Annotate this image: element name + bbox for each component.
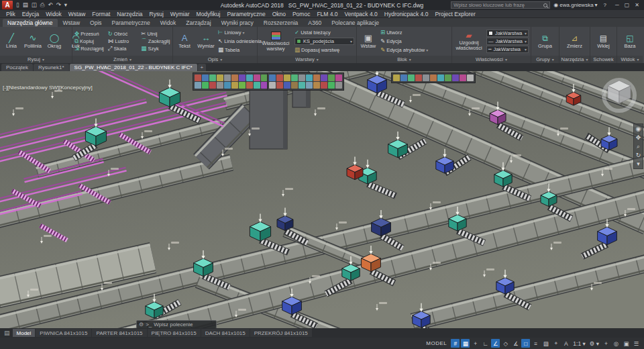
fillet-tool[interactable]: ⌒Zaokrąglij	[141, 38, 170, 44]
zoom-icon[interactable]: ⌕	[637, 143, 640, 150]
tool-icon[interactable]	[445, 74, 451, 81]
tool-icon[interactable]	[430, 74, 437, 81]
panel-label-rysuj[interactable]: Rysuj▾	[0, 56, 72, 63]
mirror-tool[interactable]: ⋈Lustro	[108, 38, 138, 44]
tool-icon[interactable]	[335, 74, 342, 81]
maximize-button[interactable]: ▢	[622, 2, 633, 8]
match-properties-tool[interactable]: ▰Uzgodnij właściwości	[454, 32, 484, 51]
layout-tab-dach-841x1015[interactable]: DACH 841x1015	[201, 329, 250, 337]
grid-icon[interactable]: #	[451, 339, 460, 348]
tool-icon[interactable]	[400, 74, 407, 81]
tool-icon[interactable]	[254, 74, 260, 81]
circle-tool[interactable]: ◯Okrąg	[45, 34, 64, 49]
line-tool[interactable]: ╱Linia	[2, 34, 21, 49]
edit-attributes-tool[interactable]: ✎Edycja atrybutów▾	[380, 47, 449, 53]
tool-icon[interactable]	[224, 82, 231, 89]
copy-tool[interactable]: ⧉Kopiuj	[74, 38, 104, 44]
tool-icon[interactable]	[284, 82, 290, 89]
tool-icon[interactable]	[269, 82, 276, 89]
panel-label-widok[interactable]: Widok▾	[617, 56, 643, 63]
tool-icon[interactable]	[460, 74, 466, 81]
menu-item-okno[interactable]: Okno	[269, 10, 289, 17]
navigation-bar[interactable]: ◉ ✥ ⌕ ↻ ▾	[633, 123, 643, 169]
scale-tool[interactable]: ⤢Skala	[108, 46, 138, 52]
tool-icon[interactable]	[276, 82, 283, 89]
tool-icon[interactable]	[209, 82, 216, 89]
layout-tab-parter-841x1015[interactable]: PARTER 841x1015	[92, 329, 146, 337]
close-button[interactable]: ✕	[632, 2, 642, 8]
snap-icon[interactable]: ▦	[461, 339, 470, 348]
tool-icon[interactable]	[328, 74, 335, 81]
insert-block-tool[interactable]: ▣Wstaw	[359, 34, 378, 49]
graphics-performance-icon[interactable]: ▣	[622, 339, 631, 348]
ortho-icon[interactable]: ∟	[481, 339, 490, 348]
minimize-button[interactable]: ─	[612, 2, 622, 8]
tool-icon[interactable]	[239, 82, 246, 89]
layout-tab-pi-tro-841x1015[interactable]: PIĘTRO 841x1015	[148, 329, 201, 337]
help-icon[interactable]: ?	[601, 2, 609, 8]
edit-block-tool[interactable]: ✎Edycja	[380, 38, 449, 44]
tool-icon[interactable]	[224, 74, 231, 81]
panel-label-zmien[interactable]: Zmień▾	[72, 56, 172, 63]
viewcube[interactable]	[598, 72, 640, 114]
command-customize-icon[interactable]: ⚙	[139, 321, 144, 328]
pan-icon[interactable]: ✥	[636, 134, 641, 141]
signin-user[interactable]: ◉ ewa.gniewska ▾	[553, 2, 597, 8]
dynamic-input-icon[interactable]: ⌖	[551, 339, 560, 348]
tool-icon[interactable]	[231, 82, 238, 89]
menu-item-edycja[interactable]: Edycja	[19, 10, 43, 17]
tool-icon[interactable]	[321, 74, 327, 81]
tool-icon[interactable]	[321, 82, 327, 89]
tool-icon[interactable]	[276, 74, 283, 81]
panel-label-opis[interactable]: Opis▾	[173, 56, 257, 63]
tool-icon[interactable]	[217, 74, 223, 81]
tool-icon[interactable]	[239, 74, 246, 81]
polar-tracking-icon[interactable]: ∠	[491, 339, 500, 348]
linetype-dropdown[interactable]: ┅JakWarstwa▾	[486, 46, 529, 53]
tool-icon[interactable]	[246, 74, 253, 81]
command-line-input[interactable]: ⚙ >_ Wpisz polecenie	[136, 320, 217, 328]
move-tool[interactable]: ✥Przesuń	[74, 31, 104, 37]
layout-tabs-menu-icon[interactable]: ▤	[2, 330, 12, 336]
tool-icon[interactable]	[284, 74, 290, 81]
object-color-dropdown[interactable]: JakWarstwa▾	[486, 30, 529, 37]
qat-dropdown-icon[interactable]: ▾	[63, 1, 68, 9]
menu-item-wstaw[interactable]: Wstaw	[65, 10, 89, 17]
menu-item-hydronicpack-4-0[interactable]: Hydronicpack 4.0	[381, 10, 432, 17]
lineweight-icon[interactable]: ≡	[531, 339, 540, 348]
array-tool[interactable]: ▦Szyk	[141, 46, 170, 52]
ribbon-tab-opis[interactable]: Opis	[85, 19, 106, 27]
menu-item-narz-dzia[interactable]: Narzędzia	[113, 10, 146, 17]
tool-icon[interactable]	[328, 82, 335, 89]
tool-icon[interactable]	[291, 82, 298, 89]
osnap-icon[interactable]: □	[521, 339, 530, 348]
menu-item-plik[interactable]: Plik	[3, 10, 19, 17]
ribbon-tab-rozszerzenia[interactable]: Rozszerzenia	[259, 19, 303, 27]
tool-icon[interactable]	[246, 82, 253, 89]
panel-label-warstwy[interactable]: Warstwy▾	[258, 56, 356, 63]
annotation-scale[interactable]: 1:1 ▾	[572, 339, 586, 348]
orbit-icon[interactable]: ↻	[636, 152, 641, 158]
model-space-label[interactable]: MODEL	[426, 340, 447, 346]
floating-toolbar-2[interactable]	[267, 72, 344, 91]
plot-icon[interactable]: ⎙	[39, 1, 46, 9]
tool-icon[interactable]	[452, 74, 459, 81]
polyline-tool[interactable]: ∿Polilinia	[23, 34, 42, 49]
match-layer-tool[interactable]: ▥Dopasuj warstwę	[294, 47, 354, 53]
layout-tab-piwnica-841x1015[interactable]: PIWNICA 841x1015	[36, 329, 91, 337]
menu-item-widok[interactable]: Widok	[42, 10, 65, 17]
panel-label-blok[interactable]: Blok▾	[357, 56, 451, 63]
tool-icon[interactable]	[195, 74, 201, 81]
menu-item-rysuj[interactable]: Rysuj	[146, 10, 167, 17]
panel-label-schowek[interactable]: Schowek	[590, 56, 616, 63]
ribbon-tab-widok[interactable]: Widok	[156, 19, 181, 27]
search-icon[interactable]	[543, 3, 547, 7]
layer-dropdown[interactable]: KS_podejścia▾	[294, 38, 354, 45]
tool-icon[interactable]	[306, 74, 313, 81]
tool-icon[interactable]	[217, 82, 223, 89]
tool-icon[interactable]	[231, 74, 238, 81]
autocad-logo-icon[interactable]: A	[2, 1, 13, 9]
tool-icon[interactable]	[306, 82, 313, 89]
menu-item-flm-4-0[interactable]: FLM 4.0	[313, 10, 341, 17]
tool-icon[interactable]	[202, 82, 209, 89]
